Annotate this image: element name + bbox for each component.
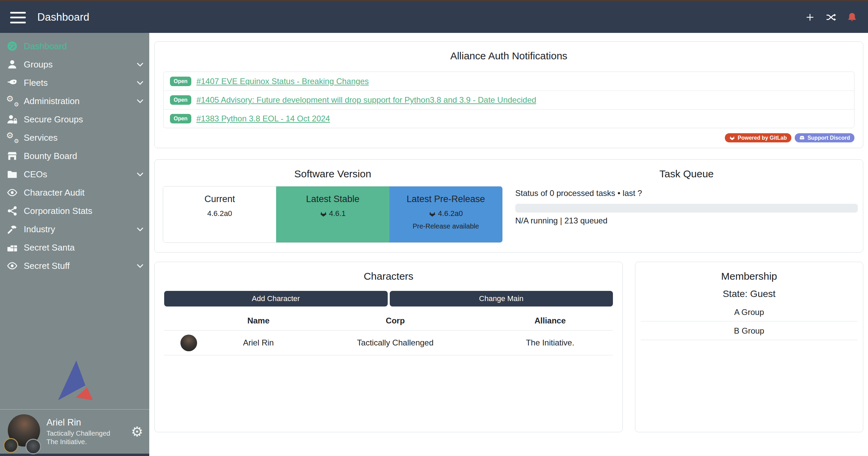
characters-table: Name Corp Alliance Ariel Rin Tactically … <box>164 311 613 355</box>
software-version-title: Software Version <box>155 166 511 181</box>
gitlab-icon <box>429 210 436 217</box>
sidebar-item-label: Character Audit <box>24 187 84 198</box>
version-comparison-box: Current 4.6.2a0 Latest Stable <box>163 186 503 243</box>
character-row-portrait <box>180 335 197 351</box>
user-lock-icon <box>7 114 18 125</box>
user-panel: Ariel Rin Tactically Challenged The Init… <box>0 409 149 454</box>
add-character-button[interactable]: Add Character <box>164 291 388 306</box>
membership-panel: Membership State: Guest A Group B Group <box>635 262 863 432</box>
footer-badge-label: Support Discord <box>808 135 850 141</box>
version-number: 4.6.1 <box>329 209 346 218</box>
version-number: 4.6.2a0 <box>207 209 232 218</box>
sidebar-item-label: Secure Groups <box>24 114 83 125</box>
sidebar-item-industry[interactable]: Industry <box>0 220 149 238</box>
change-main-shuffle-icon[interactable] <box>825 12 837 23</box>
gitlab-icon <box>320 210 327 217</box>
alliance-logo <box>0 360 149 409</box>
sidebar-item-label: Secret Santa <box>24 242 75 253</box>
sidebar-item-label: Bounty Board <box>24 151 77 161</box>
gifts-icon <box>7 242 18 253</box>
sidebar: Dashboard Groups Fleets <box>0 33 149 456</box>
version-column: Latest Pre-Release 4.6.2a0 Pre-Release a… <box>389 186 502 242</box>
sidebar-menu: Dashboard Groups Fleets <box>0 33 149 275</box>
menu-toggle-icon[interactable] <box>10 12 26 23</box>
eye-icon <box>7 260 18 271</box>
alliance-logo-badge <box>25 439 41 454</box>
sidebar-item-secret-stuff[interactable]: Secret Stuff <box>0 257 149 275</box>
sidebar-item-character-audit[interactable]: Character Audit <box>0 183 149 202</box>
share-nodes-icon <box>7 205 18 216</box>
task-queue-counts-line: N/A running | 213 queued <box>515 216 858 225</box>
footer-badge-label: Powered by GitLab <box>738 135 787 141</box>
store-icon <box>7 151 18 161</box>
eye-icon <box>7 187 18 198</box>
membership-group-row: A Group <box>641 303 857 321</box>
user-name: Ariel Rin <box>46 417 110 429</box>
footer-badge-powered-by-gitlab[interactable]: Powered by GitLab <box>725 133 791 142</box>
discord-icon <box>799 135 805 141</box>
notifications-list: Open #1407 EVE Equinox Status - Breaking… <box>163 72 854 128</box>
top-navbar: Dashboard <box>0 0 868 33</box>
sidebar-item-administration[interactable]: ⚙⚙ Administration <box>0 92 149 110</box>
version-column-header: Current <box>163 194 276 204</box>
notification-link[interactable]: #1405 Advisory: Future development will … <box>196 95 536 105</box>
user-corp: Tactically Challenged <box>46 429 110 438</box>
characters-table-header-corp: Corp <box>303 311 487 331</box>
sidebar-item-corporation-stats[interactable]: Corporation Stats <box>0 202 149 220</box>
hammer-icon <box>7 224 18 235</box>
membership-title: Membership <box>635 269 863 284</box>
sidebar-item-label: Groups <box>24 59 53 70</box>
software-version-task-queue-panel: Software Version Current 4.6.2a0 <box>154 159 863 253</box>
status-badge: Open <box>170 114 191 123</box>
cogs-icon: ⚙⚙ <box>7 132 18 143</box>
notification-row: Open #1407 EVE Equinox Status - Breaking… <box>163 72 854 91</box>
chevron-down-icon <box>136 97 144 105</box>
characters-table-avatar-header <box>164 311 214 331</box>
sidebar-item-services[interactable]: ⚙⚙ Services <box>0 128 149 147</box>
page-title: Dashboard <box>37 11 89 23</box>
sidebar-item-label: Fleets <box>24 78 48 88</box>
sidebar-item-label: Dashboard <box>24 41 67 52</box>
status-badge: Open <box>170 95 191 105</box>
status-badge: Open <box>170 77 191 86</box>
notification-row: Open #1405 Advisory: Future development … <box>163 91 854 109</box>
membership-groups-list: A Group B Group <box>641 303 857 340</box>
version-column: Current 4.6.2a0 <box>163 186 276 242</box>
corp-logo <box>3 438 18 453</box>
folder-icon <box>7 169 18 180</box>
notification-link[interactable]: #1407 EVE Equinox Status - Breaking Chan… <box>196 77 369 86</box>
character-alliance: The Initiative. <box>487 331 613 355</box>
notification-link[interactable]: #1383 Python 3.8 EOL - 14 Oct 2024 <box>196 114 330 123</box>
version-number: 4.6.2a0 <box>438 209 463 218</box>
sidebar-item-groups[interactable]: Groups <box>0 55 149 74</box>
sidebar-item-label: Administration <box>24 96 80 106</box>
sidebar-item-secret-santa[interactable]: Secret Santa <box>0 238 149 257</box>
version-column-header: Latest Stable <box>276 194 389 204</box>
characters-panel: Characters Add Character Change Main Nam… <box>154 262 623 432</box>
sidebar-item-dashboard[interactable]: Dashboard <box>0 37 149 55</box>
chevron-down-icon <box>136 60 144 69</box>
sidebar-item-fleets[interactable]: Fleets <box>0 74 149 92</box>
sidebar-item-label: Secret Stuff <box>24 261 70 271</box>
user-settings-gear-icon[interactable]: ⚙ <box>131 425 143 438</box>
change-main-button[interactable]: Change Main <box>390 291 613 306</box>
sidebar-item-bounty-board[interactable]: Bounty Board <box>0 147 149 165</box>
chevron-down-icon <box>136 78 144 87</box>
user-icon <box>7 59 18 70</box>
membership-group-row: B Group <box>641 321 857 340</box>
gitlab-icon <box>729 135 735 141</box>
sidebar-item-label: Industry <box>24 224 55 235</box>
alliance-auth-notifications-panel: Alliance Auth Notifications Open #1407 E… <box>154 41 863 148</box>
version-note: Pre-Release available <box>389 222 502 230</box>
user-alliance: The Initiative. <box>46 438 110 446</box>
footer-badge-support-discord[interactable]: Support Discord <box>795 133 854 142</box>
notification-row: Open #1383 Python 3.8 EOL - 14 Oct 2024 <box>163 109 854 128</box>
sidebar-item-secure-groups[interactable]: Secure Groups <box>0 110 149 128</box>
character-corp: Tactically Challenged <box>303 331 487 355</box>
task-queue-progress-bar <box>515 204 858 213</box>
shuttle-icon <box>7 77 18 88</box>
add-character-icon[interactable] <box>804 12 816 23</box>
characters-title: Characters <box>155 269 622 284</box>
sidebar-item-ceos[interactable]: CEOs <box>0 165 149 183</box>
notifications-bell-icon[interactable] <box>846 12 858 23</box>
